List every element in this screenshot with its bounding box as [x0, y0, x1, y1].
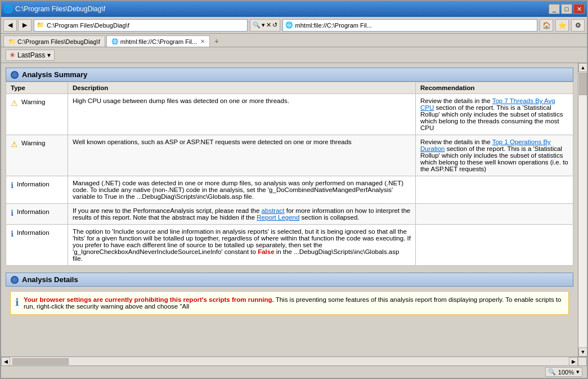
browser-tabs: 📁 C:\Program Files\DebugDiag\f 🌐 mhtml:f… [1, 34, 587, 47]
type-label-5: Information [17, 229, 50, 236]
zoom-level: 100% [558, 369, 574, 376]
vertical-scrollbar[interactable]: ▲ ▼ [578, 63, 587, 356]
title-bar: 🌐 C:\Program Files\DebugDiag\f _ □ ✕ [1, 1, 587, 17]
address-bar: ◀ ▶ 📁 C:\Program Files\DebugDiag\f 🔍 ▾ ✕… [1, 17, 587, 34]
type-cell-1: ⚠ Warning [6, 94, 68, 135]
type-label-2: Warning [21, 140, 45, 146]
address-search-btn[interactable]: 🔍 ▾ ✕ ↺ [250, 19, 280, 32]
title-bar-left: 🌐 C:\Program Files\DebugDiag\f [3, 5, 105, 14]
recommendation-cell-3 [416, 176, 573, 204]
analysis-details-header: Analysis Details [6, 273, 573, 287]
description-cell-5: The option to 'Include source and line i… [68, 225, 416, 266]
folder-icon: 📁 [37, 21, 44, 29]
forward-button[interactable]: ▶ [18, 19, 32, 32]
address-field-2[interactable]: 🌐 mhtml:file://C:\Program Fil... [282, 19, 537, 32]
tab-2-close[interactable]: ✕ [200, 38, 205, 44]
analysis-details-section: Analysis Details ℹ Your browser settings… [6, 273, 573, 315]
minimize-button[interactable]: _ [549, 4, 560, 14]
info-icon: ℹ [11, 181, 14, 190]
recommendation-cell-5 [416, 225, 573, 266]
type-cell-5: ℹ Information [6, 225, 68, 266]
tab-1-icon: 📁 [8, 38, 15, 44]
col-type: Type [6, 82, 68, 94]
type-label-3: Information [17, 181, 50, 188]
recommendation-cell-1: Review the details in the Top 7 Threads … [416, 94, 573, 135]
table-row: ⚠ Warning High CPU usage between dump fi… [6, 94, 573, 135]
window-frame: 🌐 C:\Program Files\DebugDiag\f _ □ ✕ ◀ ▶… [0, 0, 588, 379]
home-button[interactable]: 🏠 [540, 19, 553, 32]
info-banner: ℹ Your browser settings are currently pr… [10, 291, 569, 315]
web-icon: 🌐 [285, 21, 293, 29]
analysis-summary-title: Analysis Summary [22, 70, 87, 79]
new-tab-button[interactable]: + [211, 35, 222, 47]
info-banner-icon: ℹ [15, 296, 19, 309]
window-title: C:\Program Files\DebugDiag\f [15, 5, 105, 13]
type-cell-3: ℹ Information [6, 176, 68, 204]
scrollbar-corner [578, 357, 587, 366]
analysis-summary-section: Analysis Summary Type Description Recomm… [6, 68, 573, 266]
table-row: ℹ Information Managed (.NET) code was de… [6, 176, 573, 204]
type-label-4: Information [17, 208, 50, 215]
description-cell-2: Well known operations, such as ASP or AS… [68, 135, 416, 176]
search-icon: 🔍 [253, 21, 261, 29]
tools-button[interactable]: ⚙ [571, 19, 585, 32]
info-banner-text: Your browser settings are currently proh… [24, 296, 564, 310]
details-section-icon [11, 276, 19, 284]
page-content: Analysis Summary Type Description Recomm… [1, 63, 578, 326]
analysis-details-title: Analysis Details [22, 275, 78, 284]
col-description: Description [68, 82, 416, 94]
lastpass-icon: ✳ [10, 51, 15, 59]
table-row: ℹ Information The option to 'Include sou… [6, 225, 573, 266]
close-button[interactable]: ✕ [573, 4, 585, 14]
tab-1[interactable]: 📁 C:\Program Files\DebugDiag\f [3, 35, 105, 47]
abstract-link[interactable]: abstract [262, 207, 285, 214]
address-field-1[interactable]: 📁 C:\Program Files\DebugDiag\f [34, 19, 248, 32]
horizontal-scrollbar[interactable]: ◀ ▶ [1, 356, 587, 365]
info-bold-text: Your browser settings are currently proh… [24, 296, 274, 303]
back-button[interactable]: ◀ [3, 19, 17, 32]
zoom-dropdown-icon: ▾ [576, 368, 580, 376]
recommendation-cell-2: Review the details in the Top 1 Operatio… [416, 135, 573, 176]
scroll-thumb[interactable] [579, 73, 587, 95]
warning-icon: ⚠ [11, 99, 18, 108]
warning-icon: ⚠ [11, 140, 18, 149]
recommendation-cell-4 [416, 204, 573, 225]
tab-2-icon: 🌐 [111, 38, 118, 44]
scroll-left-button[interactable]: ◀ [1, 357, 10, 366]
scroll-down-button[interactable]: ▼ [578, 347, 587, 356]
scroll-track[interactable] [578, 72, 587, 347]
lastpass-dropdown-icon: ▾ [47, 51, 51, 59]
maximize-button[interactable]: □ [561, 4, 572, 14]
lastpass-button[interactable]: ✳ LastPass ▾ [6, 50, 55, 61]
h-scroll-thumb[interactable] [12, 358, 69, 365]
main-scroll-area[interactable]: Analysis Summary Type Description Recomm… [1, 63, 578, 356]
scroll-up-button[interactable]: ▲ [578, 63, 587, 72]
analysis-table: Type Description Recommendation ⚠ [6, 82, 573, 266]
section-icon [11, 71, 19, 79]
type-cell-4: ℹ Information [6, 204, 68, 225]
table-header-row: Type Description Recommendation [6, 82, 573, 94]
description-cell-1: High CPU usage between dump files was de… [68, 94, 416, 135]
tab-2[interactable]: 🌐 mhtml:file://C:\Program Fil... ✕ [106, 35, 210, 47]
main-viewport: Analysis Summary Type Description Recomm… [1, 63, 587, 356]
col-recommendation: Recommendation [416, 82, 573, 94]
description-cell-4: If you are new to the PerformanceAnalysi… [68, 204, 416, 225]
type-cell-2: ⚠ Warning [6, 135, 68, 176]
browser-icon: 🌐 [3, 5, 13, 14]
false-red-text: False [258, 248, 274, 255]
info-icon: ℹ [11, 229, 14, 238]
info-icon: ℹ [11, 208, 14, 217]
h-scroll-track[interactable] [10, 357, 569, 365]
nav-buttons: ◀ ▶ [3, 19, 32, 32]
table-row: ℹ Information If you are new to the Perf… [6, 204, 573, 225]
zoom-icon: 🔍 [548, 368, 556, 376]
favorites-button[interactable]: ⭐ [555, 19, 569, 32]
status-bar: 🔍 100% ▾ [1, 365, 587, 378]
report-legend-link[interactable]: Report Legend [257, 214, 299, 221]
scroll-right-button[interactable]: ▶ [569, 357, 578, 366]
zoom-control[interactable]: 🔍 100% ▾ [545, 367, 582, 377]
table-row: ⚠ Warning Well known operations, such as… [6, 135, 573, 176]
title-bar-controls: _ □ ✕ [549, 4, 585, 14]
analysis-summary-header: Analysis Summary [6, 68, 573, 82]
description-cell-3: Managed (.NET) code was detected in one … [68, 176, 416, 204]
